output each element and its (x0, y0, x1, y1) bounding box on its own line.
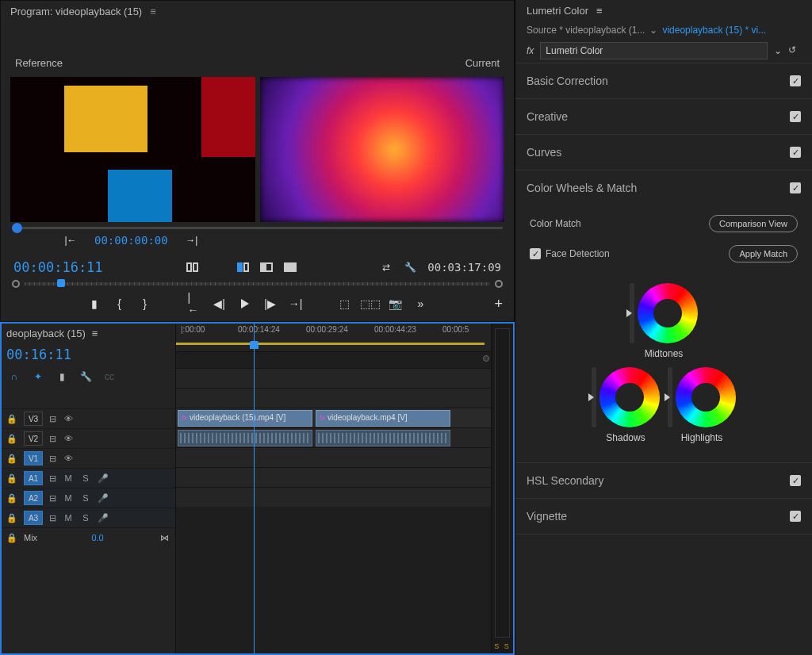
lock-icon[interactable]: 🔒 (6, 473, 17, 484)
fullscreen-icon[interactable] (284, 261, 297, 274)
track-v2[interactable]: 🔒V2⊟👁 (2, 428, 175, 448)
play-button[interactable] (239, 297, 251, 310)
current-timecode[interactable]: 00:00:16:11 (13, 259, 103, 275)
scrub-bar[interactable] (12, 227, 503, 229)
time-ruler[interactable]: |:00:00 00:00:14:24 00:00:29:24 00:00:44… (176, 324, 491, 352)
loop-icon[interactable]: ⇄ (380, 261, 393, 274)
effect-name-input[interactable] (540, 42, 768, 59)
track-v1[interactable]: 🔒V1⊟👁 (2, 448, 175, 468)
playhead[interactable] (254, 324, 255, 653)
checkbox-curves[interactable] (790, 147, 801, 158)
lane-a1[interactable] (176, 427, 491, 447)
clip-v1a[interactable]: fxvideoplayback (15).mp4 [V] (178, 410, 312, 427)
midtones-wheel[interactable] (638, 283, 698, 343)
reset-icon[interactable]: ↺ (788, 44, 801, 57)
lock-icon[interactable]: 🔒 (6, 414, 17, 424)
bracket-in-icon[interactable]: { (113, 297, 126, 310)
marker-icon[interactable]: ▮ (56, 370, 68, 383)
go-prev-edit-icon[interactable]: |← (188, 297, 201, 310)
mark-in-icon[interactable]: ▮ (88, 297, 101, 310)
mix-value[interactable]: 0.0 (44, 533, 151, 542)
fx-badge[interactable]: fx (527, 45, 534, 56)
add-button-icon[interactable]: + (494, 296, 503, 312)
clip-a1a[interactable] (178, 430, 312, 446)
checkbox-creative[interactable] (790, 111, 801, 122)
ruler-start[interactable] (12, 280, 20, 288)
toggle-track-icon[interactable]: ⊟ (49, 473, 56, 484)
track-v3[interactable]: 🔒V3⊟👁 (2, 408, 175, 428)
toggle-track-icon[interactable]: ⊟ (49, 414, 56, 424)
chevron-down-icon[interactable]: ⌄ (649, 25, 657, 36)
solo-button[interactable]: S (80, 493, 91, 503)
checkbox-vignette[interactable] (790, 511, 801, 522)
toggle-track-icon[interactable]: ⊟ (49, 454, 56, 464)
dual-view-icon[interactable] (186, 261, 198, 274)
lock-icon[interactable]: 🔒 (6, 493, 17, 504)
lane-v1[interactable]: fxvideoplayback (15).mp4 [V] fxvideoplay… (176, 408, 491, 427)
eye-icon[interactable]: 👁 (63, 434, 74, 443)
section-vignette[interactable]: Vignette (515, 499, 812, 534)
lane-a3[interactable] (176, 467, 491, 487)
master-clip[interactable]: videoplayback (15) * vi... (662, 25, 766, 36)
wrench-icon[interactable]: 🔧 (404, 261, 416, 274)
scrub-timecode[interactable]: 00:00:00:00 (94, 234, 168, 247)
zoom-ruler[interactable] (25, 282, 490, 285)
settings-icon[interactable]: 🔧 (79, 370, 92, 383)
mic-icon[interactable]: 🎤 (98, 473, 109, 484)
more-icon[interactable]: » (415, 297, 427, 310)
timeline-timecode[interactable]: 00:16:11 (6, 347, 71, 362)
lift-icon[interactable]: ⬚ (339, 297, 351, 310)
section-creative[interactable]: Creative (515, 99, 812, 134)
apply-match-button[interactable]: Apply Match (729, 245, 798, 262)
track-a2[interactable]: 🔒A2⊟MS🎤 (2, 488, 175, 508)
ruler-end[interactable] (495, 280, 503, 288)
extract-icon[interactable]: ⬚⬚ (364, 297, 377, 310)
mic-icon[interactable]: 🎤 (98, 513, 109, 523)
source-clip[interactable]: Source * videoplayback (1... (527, 25, 645, 36)
export-frame-icon[interactable]: 📷 (389, 297, 402, 310)
mute-button[interactable]: M (63, 513, 74, 523)
expand-icon[interactable]: ⋈ (158, 531, 170, 544)
go-next-edit-icon[interactable]: →| (289, 297, 302, 310)
timeline-tracks[interactable]: |:00:00 00:00:14:24 00:00:29:24 00:00:44… (176, 324, 491, 653)
snap-icon[interactable]: ∩ (8, 370, 21, 383)
lock-icon[interactable]: 🔒 (6, 454, 17, 464)
comparison-view-button[interactable]: Comparison View (709, 215, 798, 232)
shadows-wheel[interactable] (599, 367, 660, 427)
scroll-handle[interactable] (483, 355, 489, 362)
step-fwd-icon[interactable]: |▶ (264, 297, 277, 310)
linked-selection-icon[interactable]: ✦ (32, 370, 44, 383)
current-preview[interactable] (260, 77, 505, 222)
section-colorwheels[interactable]: Color Wheels & Match (515, 170, 812, 205)
mic-icon[interactable]: 🎤 (98, 493, 109, 504)
eye-icon[interactable]: 👁 (63, 454, 74, 463)
eye-icon[interactable]: 👁 (63, 414, 74, 423)
step-back-icon[interactable]: ◀| (213, 297, 226, 310)
solo-button[interactable]: S (80, 513, 91, 523)
checkbox-basic[interactable] (790, 75, 801, 86)
lane-a2[interactable] (176, 447, 491, 467)
mute-button[interactable]: M (63, 493, 74, 503)
highlights-luma-slider[interactable] (668, 367, 672, 427)
lock-icon[interactable]: 🔒 (6, 513, 17, 523)
highlights-wheel[interactable] (676, 367, 736, 427)
toggle-track-icon[interactable]: ⊟ (49, 434, 56, 444)
split-view-icon[interactable] (260, 261, 273, 274)
section-curves[interactable]: Curves (515, 135, 812, 170)
lock-icon[interactable]: 🔒 (6, 434, 17, 444)
reference-preview[interactable] (10, 77, 255, 222)
track-a3[interactable]: 🔒A3⊟MS🎤 (2, 508, 175, 527)
go-to-out-icon[interactable]: →| (186, 234, 198, 247)
solo-button[interactable]: S (80, 473, 91, 483)
go-to-in-icon[interactable]: |← (64, 234, 77, 247)
midtones-luma-slider[interactable] (630, 283, 634, 343)
captions-icon[interactable]: cc (103, 370, 116, 383)
lock-icon[interactable]: 🔒 (6, 533, 17, 543)
section-hsl[interactable]: HSL Secondary (515, 463, 812, 498)
clip-v1b[interactable]: fxvideoplayback.mp4 [V] (316, 410, 450, 427)
lane-v3[interactable] (176, 368, 491, 388)
clip-a1b[interactable] (316, 430, 450, 446)
panel-menu-icon[interactable]: ≡ (150, 6, 156, 17)
lumetri-menu-icon[interactable]: ≡ (596, 5, 603, 17)
face-detection-checkbox[interactable] (530, 248, 541, 259)
